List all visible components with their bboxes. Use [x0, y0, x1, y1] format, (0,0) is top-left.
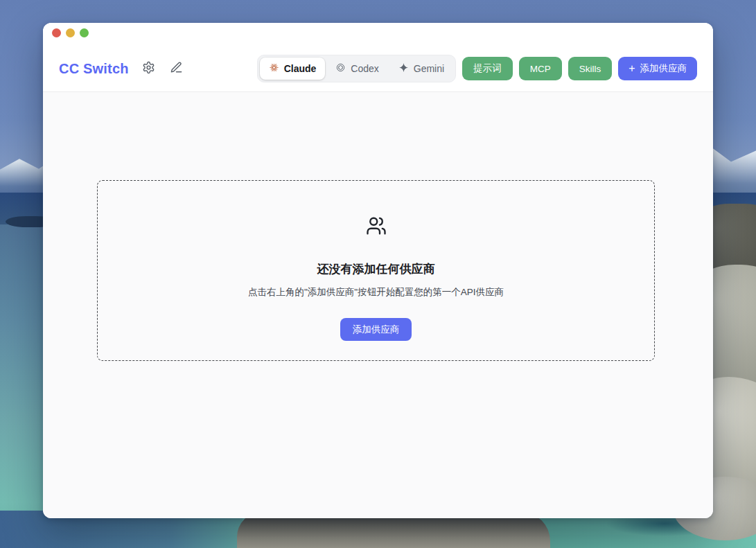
settings-button[interactable]: [141, 61, 157, 76]
prompts-button[interactable]: 提示词: [462, 57, 513, 80]
app-window: CC Switch: [43, 23, 713, 518]
tab-label: Claude: [284, 63, 317, 74]
gear-icon: [142, 61, 155, 76]
openai-logo-icon: [335, 62, 346, 75]
minimize-button[interactable]: [66, 28, 75, 37]
desktop: CC Switch: [0, 0, 756, 548]
empty-state-panel: 还没有添加任何供应商 点击右上角的"添加供应商"按钮开始配置您的第一个API供应…: [97, 180, 655, 361]
mcp-button[interactable]: MCP: [519, 57, 562, 80]
window-controls: [52, 28, 697, 37]
tab-label: Gemini: [414, 63, 444, 74]
claude-starburst-icon: [269, 62, 279, 75]
tab-codex[interactable]: Codex: [326, 58, 387, 80]
empty-add-provider-button[interactable]: 添加供应商: [340, 318, 412, 341]
button-label: 添加供应商: [640, 62, 687, 75]
tab-claude[interactable]: Claude: [260, 58, 326, 80]
button-label: 提示词: [473, 62, 502, 75]
plus-icon: +: [628, 63, 635, 74]
gemini-sparkle-icon: [398, 62, 409, 75]
app-title: CC Switch: [59, 61, 129, 77]
edit-button[interactable]: [169, 61, 184, 76]
close-button[interactable]: [52, 28, 61, 37]
window-header: CC Switch: [43, 23, 713, 92]
button-label: Skills: [579, 64, 601, 74]
button-label: MCP: [530, 64, 551, 74]
main-content: 还没有添加任何供应商 点击右上角的"添加供应商"按钮开始配置您的第一个API供应…: [43, 92, 713, 518]
toolbar: CC Switch: [52, 55, 697, 82]
users-icon: [366, 215, 387, 239]
pen-line-icon: [170, 61, 183, 76]
tab-gemini[interactable]: Gemini: [389, 58, 453, 80]
zoom-button[interactable]: [80, 28, 89, 37]
tab-label: Codex: [351, 63, 378, 74]
add-provider-button[interactable]: + 添加供应商: [618, 57, 697, 80]
empty-state-title: 还没有添加任何供应商: [317, 261, 435, 277]
skills-button[interactable]: Skills: [568, 57, 613, 80]
empty-state-description: 点击右上角的"添加供应商"按钮开始配置您的第一个API供应商: [248, 286, 504, 299]
app-switcher-tabs: Claude Codex: [257, 55, 457, 82]
